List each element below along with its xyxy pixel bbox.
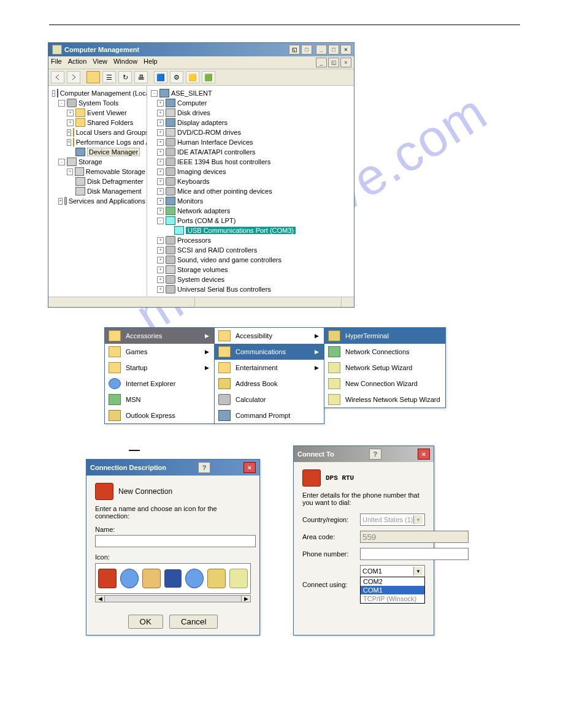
icon-picker[interactable] bbox=[95, 563, 251, 594]
menu-item[interactable]: Calculator bbox=[215, 392, 324, 408]
tree-item[interactable]: +SCSI and RAID controllers bbox=[148, 245, 353, 255]
icon-option-6[interactable] bbox=[207, 569, 226, 588]
expander-icon[interactable]: + bbox=[157, 286, 164, 293]
icon-option-7[interactable] bbox=[229, 569, 248, 588]
tree-item[interactable]: +Local Users and Groups bbox=[50, 127, 145, 137]
tree-item[interactable]: +Computer bbox=[148, 98, 353, 108]
toolbar-extra-1[interactable]: 🟦 bbox=[154, 71, 167, 83]
toolbar-extra-2[interactable]: ⚙ bbox=[170, 71, 183, 83]
menu-item[interactable]: Games▶ bbox=[105, 344, 214, 360]
export-button[interactable]: 🖶 bbox=[134, 71, 148, 83]
toolbar-extra-4[interactable]: 🟩 bbox=[202, 71, 215, 83]
tree-item[interactable]: +Processors bbox=[148, 235, 353, 245]
tree-item[interactable]: -Storage bbox=[50, 157, 145, 167]
menu-item[interactable]: Wireless Network Setup Wizard bbox=[324, 392, 445, 408]
menu-action[interactable]: Action bbox=[68, 58, 87, 67]
expander-icon[interactable]: + bbox=[58, 198, 63, 205]
tree-item[interactable]: +Network adapters bbox=[148, 206, 353, 216]
scroll-left[interactable]: ◀ bbox=[95, 595, 105, 602]
menu-item[interactable]: MSN bbox=[105, 392, 214, 408]
expander-icon[interactable]: + bbox=[157, 110, 164, 116]
tree-item[interactable]: +Imaging devices bbox=[148, 167, 353, 176]
right-tree[interactable]: -ASE_SILENT+Computer+Disk drives+Display… bbox=[147, 86, 354, 297]
doc-minimize[interactable]: _ bbox=[316, 58, 327, 67]
icon-option-5[interactable] bbox=[185, 569, 204, 588]
icon-option-1[interactable] bbox=[98, 569, 117, 588]
connect-select[interactable]: COM1 ▼ bbox=[360, 565, 425, 577]
tree-item[interactable]: +System devices bbox=[148, 275, 353, 284]
tree-item[interactable]: +Display adapters bbox=[148, 118, 353, 127]
menu-item[interactable]: Startup▶ bbox=[105, 360, 214, 376]
left-tree[interactable]: -Computer Management (Local)-System Tool… bbox=[48, 86, 147, 297]
expander-icon[interactable]: + bbox=[157, 169, 164, 175]
forward-button[interactable] bbox=[67, 71, 80, 83]
expander-icon[interactable]: + bbox=[157, 276, 164, 283]
expander-icon[interactable]: + bbox=[157, 178, 164, 185]
tree-item[interactable]: Disk Management bbox=[50, 186, 145, 196]
expander-icon[interactable]: + bbox=[67, 139, 71, 146]
menu-item[interactable]: Accessibility▶ bbox=[215, 328, 324, 344]
tree-item[interactable]: +Universal Serial Bus controllers bbox=[148, 284, 353, 294]
restore-button[interactable]: ◱ bbox=[289, 45, 300, 55]
expander-icon[interactable]: + bbox=[67, 119, 74, 126]
expander-icon[interactable]: + bbox=[157, 257, 164, 264]
icon-option-3[interactable] bbox=[142, 569, 161, 588]
scrollbar-track[interactable] bbox=[105, 595, 241, 602]
menu-item[interactable]: Network Connections bbox=[324, 344, 445, 360]
expander-icon[interactable]: + bbox=[157, 208, 164, 214]
expander-icon[interactable]: + bbox=[67, 110, 74, 116]
tree-item[interactable]: +Sound, video and game controllers bbox=[148, 255, 353, 265]
doc-close[interactable]: × bbox=[340, 58, 351, 67]
tree-item[interactable]: -Computer Management (Local) bbox=[50, 88, 145, 98]
menu-item[interactable]: Communications▶ bbox=[215, 344, 324, 360]
scroll-right[interactable]: ▶ bbox=[241, 595, 251, 602]
minimize-button[interactable]: _ bbox=[316, 45, 327, 55]
phone-input[interactable] bbox=[360, 548, 469, 560]
menu-item[interactable]: New Connection Wizard bbox=[324, 376, 445, 392]
tree-item[interactable]: +Human Interface Devices bbox=[148, 137, 353, 147]
icon-option-4[interactable] bbox=[164, 569, 182, 588]
tree-item[interactable]: +Disk drives bbox=[148, 108, 353, 118]
cancel-button[interactable]: Cancel bbox=[169, 615, 218, 629]
tree-item[interactable]: Disk Defragmenter bbox=[50, 176, 145, 186]
tree-item[interactable]: USB Communications Port (COM3) bbox=[148, 226, 353, 235]
menu-item[interactable]: HyperTerminal bbox=[324, 328, 445, 344]
tree-item[interactable]: +Services and Applications bbox=[50, 196, 145, 206]
menu-item[interactable]: Accessories▶ bbox=[105, 328, 214, 344]
tree-item[interactable]: +IDE ATA/ATAPI controllers bbox=[148, 147, 353, 157]
tree-item[interactable]: +Keyboards bbox=[148, 176, 353, 186]
back-button[interactable] bbox=[51, 71, 64, 83]
doc-restore[interactable]: ◱ bbox=[328, 58, 339, 67]
toolbar-extra-3[interactable]: 🟨 bbox=[186, 71, 199, 83]
tree-item[interactable]: +Mice and other pointing devices bbox=[148, 186, 353, 196]
restore-button-2[interactable]: □ bbox=[301, 45, 312, 55]
tree-item[interactable]: +Storage volumes bbox=[148, 265, 353, 275]
expander-icon[interactable]: + bbox=[157, 159, 164, 165]
tree-item[interactable]: +Monitors bbox=[148, 196, 353, 206]
help-button[interactable]: ? bbox=[198, 462, 210, 473]
menu-item[interactable]: Network Setup Wizard bbox=[324, 360, 445, 376]
menu-item[interactable]: Address Book bbox=[215, 376, 324, 392]
icon-option-2[interactable] bbox=[120, 569, 139, 588]
chevron-down-icon[interactable]: ▼ bbox=[413, 567, 423, 575]
menu-item[interactable]: Command Prompt bbox=[215, 408, 324, 423]
expander-icon[interactable]: + bbox=[157, 149, 164, 156]
expander-icon[interactable]: - bbox=[52, 90, 55, 97]
expander-icon[interactable]: - bbox=[58, 100, 65, 107]
dialog-titlebar[interactable]: Connection Description ? × bbox=[86, 460, 259, 476]
expander-icon[interactable]: - bbox=[157, 218, 164, 224]
close-button[interactable]: × bbox=[418, 449, 430, 460]
properties-button[interactable]: ☰ bbox=[102, 71, 116, 83]
maximize-button[interactable]: □ bbox=[328, 45, 339, 55]
expander-icon[interactable]: - bbox=[58, 159, 65, 165]
expander-icon[interactable]: + bbox=[157, 247, 164, 254]
menu-help[interactable]: Help bbox=[144, 58, 158, 67]
tree-item[interactable]: +Performance Logs and Alerts bbox=[50, 137, 145, 147]
menu-file[interactable]: File bbox=[51, 58, 62, 67]
up-button[interactable] bbox=[86, 71, 100, 83]
expander-icon[interactable]: + bbox=[157, 100, 164, 107]
expander-icon[interactable]: + bbox=[157, 188, 164, 195]
combo-option[interactable]: TCP/IP (Winsock) bbox=[361, 594, 424, 603]
tree-item[interactable]: +IEEE 1394 Bus host controllers bbox=[148, 157, 353, 167]
menu-item[interactable]: Outlook Express bbox=[105, 408, 214, 423]
